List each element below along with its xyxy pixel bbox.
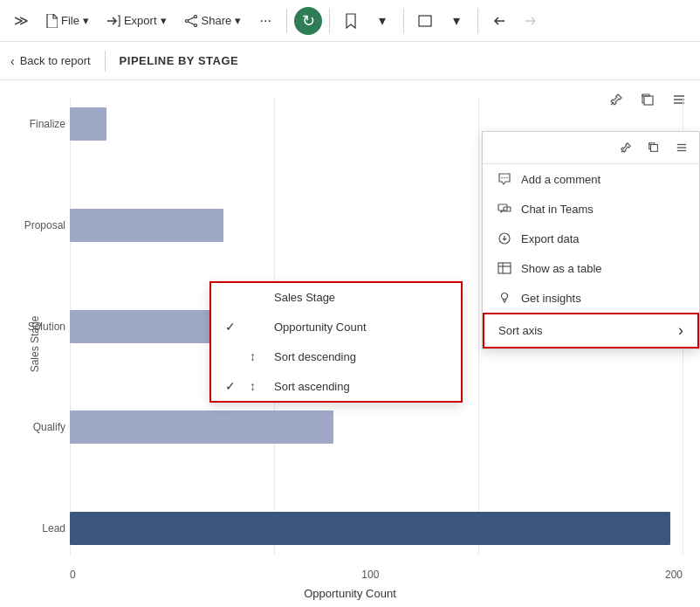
menu-copy-button[interactable] bbox=[643, 137, 664, 158]
export-label: Export bbox=[124, 14, 157, 27]
menu-pin-icon bbox=[620, 141, 632, 154]
sort-axis-label: Sort axis bbox=[498, 324, 543, 337]
menu-item-sort-descending[interactable]: ↕ Sort descending bbox=[211, 341, 461, 371]
menu-item-add-comment[interactable]: Add a comment bbox=[483, 164, 699, 194]
bar-solution bbox=[70, 310, 230, 343]
x-tick-200: 200 bbox=[665, 569, 683, 581]
menu-copy-icon bbox=[648, 141, 660, 154]
svg-point-0 bbox=[194, 15, 196, 17]
forward-toolbar-icon bbox=[524, 15, 538, 27]
file-button[interactable]: File ▾ bbox=[38, 10, 96, 31]
svg-rect-8 bbox=[651, 145, 658, 152]
menu-item-get-insights[interactable]: Get insights bbox=[483, 283, 699, 313]
sort-ascending-label: Sort ascending bbox=[274, 380, 350, 393]
get-insights-icon bbox=[497, 290, 512, 306]
svg-point-13 bbox=[504, 177, 505, 179]
toolbar: ≫ File ▾ Export ▾ Share ▾ ··· ↻ ▾ ▾ bbox=[0, 0, 700, 42]
more-icon: ··· bbox=[260, 13, 271, 29]
menu-item-opportunity-count[interactable]: ✓ Opportunity Count bbox=[211, 312, 461, 341]
export-button[interactable]: Export ▾ bbox=[100, 10, 174, 31]
menu-more-button[interactable] bbox=[671, 137, 692, 158]
svg-point-1 bbox=[194, 24, 196, 26]
sort-descending-label: Sort descending bbox=[274, 350, 356, 363]
sort-submenu: Sales Stage ✓ Opportunity Count ↕ Sort d… bbox=[209, 281, 463, 403]
sort-desc-icon: ↕ bbox=[250, 349, 265, 363]
refresh-icon: ↻ bbox=[302, 11, 315, 31]
back-toolbar-icon bbox=[492, 15, 506, 27]
show-table-label: Show as a table bbox=[521, 262, 602, 275]
share-chevron-icon: ▾ bbox=[235, 14, 241, 27]
share-icon bbox=[184, 15, 198, 27]
bar-qualify bbox=[70, 410, 333, 444]
back-toolbar-button[interactable] bbox=[485, 7, 513, 35]
svg-point-21 bbox=[502, 293, 508, 300]
row-label-finalize: Finalize bbox=[9, 118, 65, 130]
bar-proposal bbox=[70, 209, 223, 242]
layout-chevron-icon: ▾ bbox=[453, 12, 460, 29]
menu-item-sales-stage[interactable]: Sales Stage bbox=[211, 283, 461, 312]
svg-point-12 bbox=[501, 177, 503, 179]
back-button[interactable]: ‹ Back to report bbox=[10, 54, 91, 68]
chat-teams-icon bbox=[497, 201, 512, 217]
menu-item-show-table[interactable]: Show as a table bbox=[483, 253, 699, 283]
bar-lead bbox=[70, 512, 670, 545]
toolbar-divider-2 bbox=[329, 9, 330, 33]
x-tick-0: 0 bbox=[70, 569, 76, 581]
context-menu-header bbox=[483, 132, 699, 164]
chevron-right-icon: › bbox=[678, 321, 683, 340]
export-data-label: Export data bbox=[521, 232, 580, 245]
svg-rect-3 bbox=[419, 16, 431, 26]
sort-asc-icon: ↕ bbox=[250, 379, 265, 393]
bar-finalize bbox=[70, 107, 106, 141]
expand-icon: ≫ bbox=[14, 12, 29, 29]
layout-chevron-button[interactable]: ▾ bbox=[443, 7, 470, 35]
menu-item-sort-ascending[interactable]: ✓ ↕ Sort ascending bbox=[211, 371, 461, 401]
chat-teams-label: Chat in Teams bbox=[521, 203, 594, 216]
bookmark-icon bbox=[345, 13, 357, 29]
row-label-lead: Lead bbox=[9, 522, 65, 535]
x-tick-100: 100 bbox=[361, 569, 379, 581]
menu-item-chat-teams[interactable]: Chat in Teams bbox=[483, 194, 699, 224]
menu-more-icon bbox=[676, 141, 688, 154]
refresh-button[interactable]: ↻ bbox=[294, 7, 322, 35]
page-title: PIPELINE BY STAGE bbox=[120, 54, 239, 67]
menu-pin-button[interactable] bbox=[615, 137, 636, 158]
share-label: Share bbox=[202, 14, 232, 27]
show-table-icon bbox=[497, 260, 512, 276]
back-label: Back to report bbox=[20, 54, 91, 67]
file-chevron-icon: ▾ bbox=[83, 14, 89, 27]
table-row: Qualify bbox=[70, 401, 683, 453]
bookmark-chevron-button[interactable]: ▾ bbox=[368, 7, 396, 35]
expand-button[interactable]: ≫ bbox=[7, 7, 35, 35]
sales-stage-label: Sales Stage bbox=[274, 291, 335, 304]
x-axis-title: Opportunity Count bbox=[0, 587, 700, 600]
layout-button[interactable] bbox=[411, 7, 439, 35]
svg-point-2 bbox=[185, 19, 188, 22]
add-comment-label: Add a comment bbox=[521, 173, 600, 186]
export-data-icon bbox=[497, 231, 512, 246]
export-chevron-icon: ▾ bbox=[161, 14, 167, 27]
menu-item-sort-axis[interactable]: Sort axis › bbox=[483, 313, 699, 348]
bookmark-button[interactable] bbox=[337, 7, 365, 35]
x-axis: 0 100 200 bbox=[70, 569, 683, 581]
table-row: Lead bbox=[70, 502, 683, 555]
layout-icon bbox=[418, 15, 432, 27]
export-icon bbox=[106, 15, 120, 27]
toolbar-divider-3 bbox=[403, 9, 404, 33]
share-button[interactable]: Share ▾ bbox=[177, 10, 249, 31]
svg-rect-18 bbox=[498, 263, 511, 273]
toolbar-divider-4 bbox=[477, 9, 478, 33]
toolbar-divider-1 bbox=[286, 9, 287, 33]
row-label-qualify: Qualify bbox=[9, 421, 65, 433]
row-label-proposal: Proposal bbox=[9, 219, 65, 231]
get-insights-label: Get insights bbox=[521, 292, 581, 305]
check-opportunity-count: ✓ bbox=[225, 320, 241, 334]
back-chevron-icon: ‹ bbox=[10, 54, 15, 68]
menu-item-export-data[interactable]: Export data bbox=[483, 224, 699, 253]
context-menu-right: Add a comment Chat in Teams Export data … bbox=[482, 131, 700, 349]
subheader: ‹ Back to report PIPELINE BY STAGE bbox=[0, 42, 700, 80]
more-button[interactable]: ··· bbox=[251, 7, 279, 35]
opportunity-count-label: Opportunity Count bbox=[274, 321, 367, 334]
forward-toolbar-button[interactable] bbox=[517, 7, 545, 35]
subheader-divider bbox=[105, 51, 106, 72]
